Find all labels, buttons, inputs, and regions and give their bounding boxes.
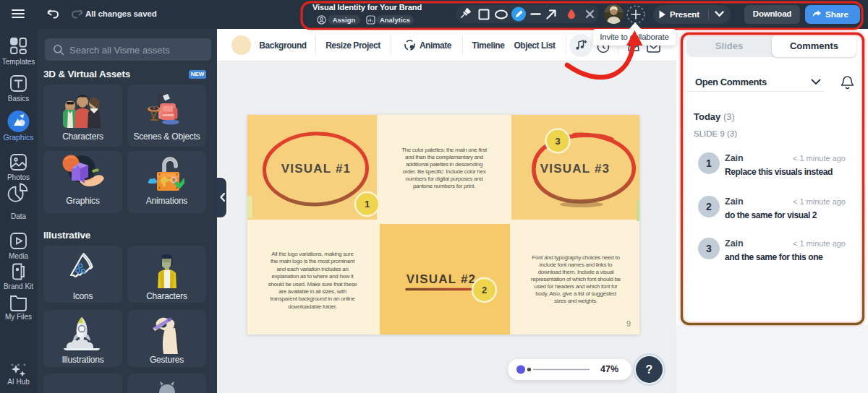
- svg-text:AI Hub: AI Hub: [7, 378, 30, 386]
- svg-text:Basics: Basics: [8, 95, 29, 103]
- svg-text:Templates: Templates: [2, 58, 35, 66]
- svg-text:Brand Kit: Brand Kit: [4, 282, 33, 290]
- svg-text:Photos: Photos: [7, 173, 30, 181]
- svg-text:1: 1: [365, 199, 370, 210]
- svg-text:2: 2: [482, 285, 487, 295]
- svg-text:Data: Data: [11, 212, 27, 220]
- svg-text:3: 3: [555, 136, 560, 147]
- svg-text:Graphics: Graphics: [3, 133, 33, 142]
- svg-text:My Files: My Files: [5, 313, 32, 321]
- svg-text:Media: Media: [9, 252, 29, 260]
